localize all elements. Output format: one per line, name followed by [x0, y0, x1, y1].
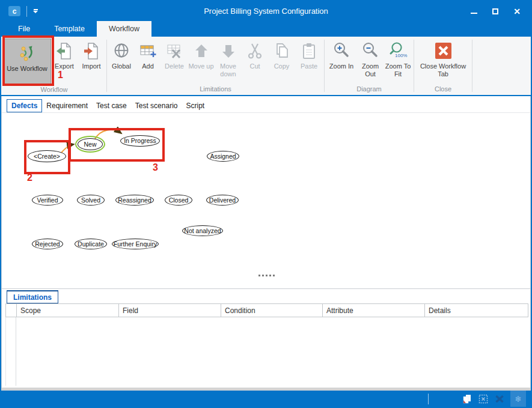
copy-button[interactable]: Copy [268, 38, 295, 72]
minimize-button[interactable] [469, 7, 478, 16]
mail-status-icon[interactable] [494, 394, 505, 404]
workflow-node[interactable]: Further Enquiry [112, 239, 159, 249]
close-x-icon [433, 40, 453, 62]
tab-requirement[interactable]: Requirement [42, 100, 92, 112]
maximize-button[interactable] [491, 7, 500, 16]
use-workflow-button[interactable]: Use Workflow [3, 38, 51, 86]
quick-access-separator [26, 6, 27, 17]
group-label-diagram: Diagram [326, 85, 412, 95]
grid-status-icon[interactable] [478, 394, 489, 404]
column-header-rowselector[interactable] [6, 304, 17, 317]
close-button[interactable]: ✕ [513, 7, 521, 16]
limitations-table-body[interactable] [5, 317, 528, 386]
ribbon-group-workflow: Use Workflow Export [3, 37, 105, 95]
tab-test-case[interactable]: Test case [92, 100, 131, 112]
limitations-panel: Limitations Scope Field Condition Attrib… [2, 288, 530, 388]
workflow-node[interactable]: Not analyzed [182, 225, 223, 236]
delete-table-icon [164, 40, 185, 62]
paste-button[interactable]: Paste [295, 38, 323, 72]
import-button[interactable]: Import [78, 38, 105, 72]
zoom-in-button[interactable]: Zoom In [326, 38, 357, 72]
tab-limitations[interactable]: Limitations [7, 290, 58, 303]
add-button[interactable]: Add [135, 38, 161, 72]
ribbon-separator [472, 40, 472, 92]
move-down-button[interactable]: Move down [215, 38, 242, 79]
quick-access-chevron-icon[interactable] [33, 9, 38, 13]
diagram-ellipsis-handle [258, 275, 275, 276]
title-bar: Project Billing System Configuration c ✕ [1, 1, 531, 21]
column-header-attribute[interactable]: Attribute [323, 304, 425, 317]
tab-template[interactable]: Template [42, 21, 97, 37]
export-button[interactable]: Export [51, 38, 78, 72]
ribbon: Use Workflow Export [1, 37, 531, 96]
move-up-button[interactable]: Move up [188, 38, 215, 72]
copy-pages-icon [272, 40, 292, 62]
group-label-limitations: Limitations [108, 85, 323, 95]
arrow-up-icon [191, 40, 212, 62]
workflow-node[interactable]: In Progress [120, 135, 160, 147]
app-icon[interactable]: c [8, 6, 20, 16]
zoom-in-icon [331, 40, 352, 62]
limitations-table: Scope Field Condition Attribute Details [5, 303, 528, 386]
window-title: Project Billing System Configuration [1, 7, 531, 16]
workflow-node[interactable]: New [78, 138, 103, 150]
ribbon-tab-row: File Template Workflow [1, 21, 531, 37]
add-table-icon [138, 40, 158, 62]
clipboard-icon [299, 40, 319, 62]
document-tab-strip: Defects Requirement Test case Test scena… [2, 96, 530, 113]
import-icon [81, 40, 102, 62]
column-header-condition[interactable]: Condition [221, 304, 323, 317]
workflow-node[interactable]: Assigned [207, 151, 239, 162]
ribbon-separator [106, 40, 107, 92]
workflow-node[interactable]: <Create> [28, 150, 66, 162]
snowflake-status-icon[interactable]: ❄ [510, 391, 526, 407]
group-label-close: Close [415, 85, 471, 95]
workflow-canvas[interactable]: <Create>NewIn ProgressAssignedVerifiedSo… [2, 113, 530, 288]
column-header-details[interactable]: Details [425, 304, 528, 317]
globe-icon [111, 40, 132, 62]
use-workflow-icon [17, 42, 37, 64]
scissors-icon [245, 40, 265, 62]
ribbon-group-diagram: Zoom In Zoom Out [326, 37, 412, 95]
column-header-scope[interactable]: Scope [17, 304, 119, 317]
ribbon-group-close: Close Workflow Tab Close [415, 37, 471, 95]
group-label-workflow: Workflow [3, 86, 105, 96]
tab-workflow[interactable]: Workflow [97, 21, 151, 37]
status-bar: ❄ [1, 391, 531, 407]
tab-test-scenario[interactable]: Test scenario [131, 100, 182, 112]
svg-text:100%: 100% [395, 53, 407, 58]
tab-defects[interactable]: Defects [7, 99, 42, 112]
workflow-node[interactable]: Reassigned [115, 195, 154, 206]
global-button[interactable]: Global [108, 38, 135, 72]
export-icon [54, 40, 75, 62]
ribbon-group-limitations: Global Add [108, 37, 323, 95]
pages-status-icon[interactable] [462, 394, 472, 404]
workflow-node[interactable]: Duplicate [75, 239, 107, 249]
content-area: Defects Requirement Test case Test scena… [1, 96, 531, 388]
arrow-down-icon [218, 40, 239, 62]
cut-button[interactable]: Cut [242, 38, 268, 72]
row-header-column [5, 317, 16, 386]
column-header-field[interactable]: Field [119, 304, 221, 317]
close-workflow-tab-button[interactable]: Close Workflow Tab [415, 38, 471, 79]
zoom-to-fit-icon: 100% [388, 40, 408, 62]
delete-button[interactable]: Delete [161, 38, 188, 72]
workflow-node[interactable]: Solved [77, 195, 105, 206]
tab-file[interactable]: File [6, 21, 42, 37]
ribbon-separator [414, 40, 414, 92]
workflow-node[interactable]: Rejected [32, 239, 63, 249]
workflow-node[interactable]: Delivered [206, 195, 239, 206]
workflow-node[interactable]: Verified [32, 195, 63, 206]
workflow-node[interactable]: Closed [165, 195, 192, 206]
limitations-table-header: Scope Field Condition Attribute Details [5, 303, 528, 317]
tab-script[interactable]: Script [182, 100, 209, 112]
zoom-to-fit-button[interactable]: 100% Zoom To Fit [384, 38, 412, 79]
zoom-out-icon [360, 40, 381, 62]
zoom-out-button[interactable]: Zoom Out [357, 38, 384, 79]
ribbon-separator [324, 40, 325, 92]
app-window: Project Billing System Configuration c ✕… [0, 0, 532, 408]
status-separator [428, 394, 429, 404]
